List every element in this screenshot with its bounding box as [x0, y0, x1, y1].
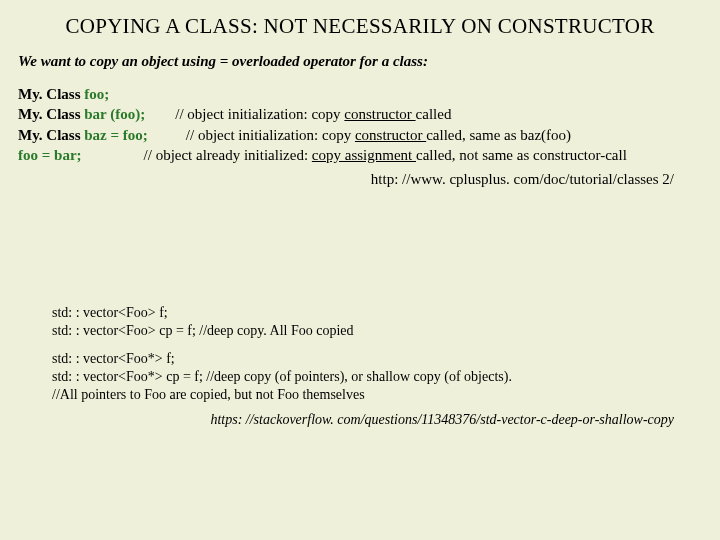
comment: // object initialization: copy — [186, 127, 355, 143]
vector-line: std: : vector<Foo> f; — [52, 304, 702, 322]
vector-line: std: : vector<Foo> cp = f; //deep copy. … — [52, 322, 702, 340]
comment: called — [416, 106, 452, 122]
class-name: My. Class — [18, 127, 84, 143]
class-name: My. Class — [18, 106, 84, 122]
code-line-2: My. Class bar (foo);// object initializa… — [18, 104, 702, 124]
comment: // object already initialized: — [144, 147, 312, 163]
reference-link-2: https: //stackoverflow. com/questions/11… — [18, 412, 702, 428]
code-block: My. Class foo; My. Class bar (foo);// ob… — [18, 84, 702, 165]
code-line-3: My. Class baz = foo;// object initializa… — [18, 125, 702, 145]
comment-underlined: constructor — [344, 106, 415, 122]
vector-line: std: : vector<Foo*> cp = f; //deep copy … — [52, 368, 702, 386]
var-name: bar (foo); — [84, 106, 145, 122]
intro-text: We want to copy an object using = overlo… — [18, 53, 702, 70]
var-name: baz = foo; — [84, 127, 148, 143]
vector-line: std: : vector<Foo*> f; — [52, 350, 702, 368]
code-line-4: foo = bar;// object already initialized:… — [18, 145, 702, 165]
comment: called, same as baz(foo) — [426, 127, 571, 143]
slide-title: COPYING A CLASS: NOT NECESSARILY ON CONS… — [18, 14, 702, 39]
comment-underlined: copy assignment — [312, 147, 416, 163]
vector-line: //All pointers to Foo are copied, but no… — [52, 386, 702, 404]
class-name: My. Class — [18, 86, 84, 102]
comment-underlined: constructor — [355, 127, 426, 143]
comment: called, not same as constructor-call — [416, 147, 627, 163]
slide: COPYING A CLASS: NOT NECESSARILY ON CONS… — [0, 0, 720, 540]
vector-code-block: std: : vector<Foo> f; std: : vector<Foo>… — [52, 304, 702, 404]
comment: // object initialization: copy — [175, 106, 344, 122]
reference-link-1: http: //www. cplusplus. com/doc/tutorial… — [18, 171, 702, 188]
var-name: foo; — [84, 86, 109, 102]
var-name: foo = bar; — [18, 147, 82, 163]
code-line-1: My. Class foo; — [18, 84, 702, 104]
